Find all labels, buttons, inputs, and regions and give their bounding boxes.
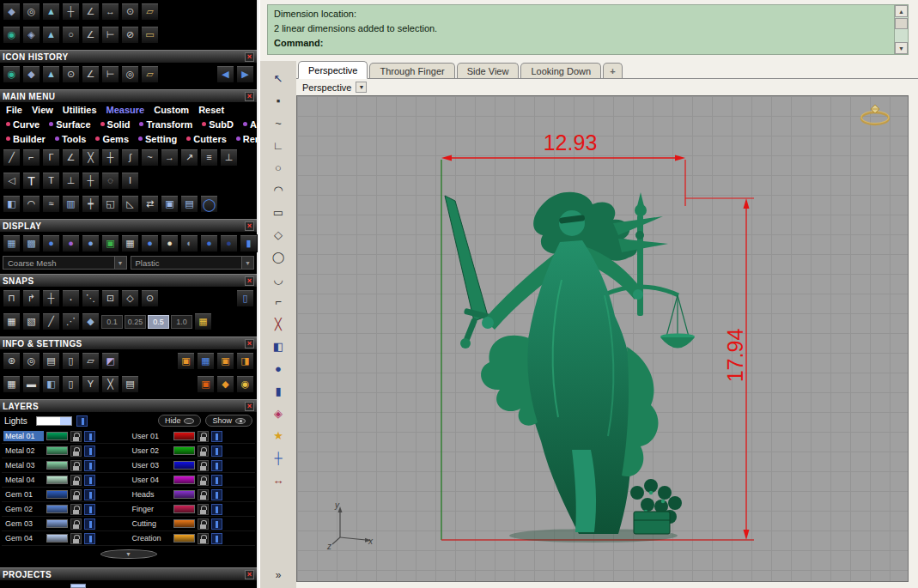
mat-pearl-icon[interactable]: ●	[161, 234, 179, 252]
layer-color-swatch[interactable]	[173, 476, 195, 484]
ghosted-mode-icon[interactable]: ●	[82, 234, 100, 252]
dotted-circle-icon[interactable]: ◌	[101, 172, 119, 190]
snap-value-0.5[interactable]: 0.5	[148, 315, 169, 329]
layer-color-swatch[interactable]	[46, 476, 68, 484]
arc-surface-icon[interactable]: ◠	[22, 195, 40, 213]
perp-snap-icon[interactable]: ⊡	[101, 289, 119, 307]
polyline-draw-icon[interactable]: ∟	[270, 136, 288, 155]
sphere-solid-icon[interactable]: ●	[270, 360, 288, 378]
layer-visibility-bar[interactable]	[211, 431, 222, 442]
window-orange2-icon[interactable]: ▣	[216, 352, 234, 370]
layer-visibility-bar[interactable]	[84, 518, 95, 530]
grid-panel-icon[interactable]: ▦	[3, 375, 21, 393]
layer-name[interactable]: Heads	[131, 489, 171, 500]
arrow-icon[interactable]: →	[161, 149, 179, 167]
layer-visibility-bar[interactable]	[84, 533, 95, 544]
viewport-tab-perspective[interactable]: Perspective	[298, 61, 368, 79]
curve-icon[interactable]: ∫	[121, 149, 139, 167]
history-forward-icon[interactable]: ▶	[236, 65, 254, 83]
history-gem2-icon[interactable]: ▲	[42, 65, 60, 83]
divider-bar-icon[interactable]: ▮	[240, 234, 258, 252]
grid-settings-icon[interactable]: ▦	[194, 312, 212, 330]
tri-icon[interactable]: ◺	[121, 195, 139, 213]
corner-box-icon[interactable]: ◱	[101, 195, 119, 213]
layer-lock-icon[interactable]	[198, 489, 209, 500]
layer-name[interactable]: Metal 04	[3, 475, 44, 485]
layer-visibility-bar[interactable]	[84, 431, 95, 442]
pin-icon[interactable]: ◉	[236, 375, 254, 393]
layer-row[interactable]: Metal 03	[2, 458, 129, 473]
layer-row[interactable]: Gem 04	[2, 531, 129, 546]
layer-lock-icon[interactable]	[198, 533, 209, 544]
snap-value-1.0[interactable]: 1.0	[171, 315, 192, 329]
layer-name[interactable]: Cutting	[131, 518, 171, 529]
menu-item-reset[interactable]: Reset	[198, 105, 224, 115]
layer-color-swatch[interactable]	[173, 534, 195, 543]
layer-name[interactable]: User 03	[131, 460, 171, 470]
align-icon[interactable]: ⊥	[62, 172, 80, 190]
history-folder-icon[interactable]: ▱	[141, 65, 159, 83]
cross-icon[interactable]: ┼	[101, 149, 119, 167]
history-angle-icon[interactable]: ∠	[82, 65, 100, 83]
ortho-icon[interactable]: ▧	[22, 312, 40, 330]
scrollbar-thumb[interactable]	[895, 18, 908, 29]
menu-item-setting[interactable]: Setting	[138, 134, 177, 144]
menu-item-transform[interactable]: Transform	[139, 119, 192, 130]
gem-orange-icon[interactable]: ◆	[216, 375, 234, 393]
offset-icon[interactable]: ◡	[270, 270, 288, 288]
dim-cross-icon[interactable]: ┼	[62, 3, 80, 21]
layer-color-swatch[interactable]	[46, 432, 68, 440]
layer-color-swatch[interactable]	[173, 490, 195, 499]
layer-lock-icon[interactable]	[70, 489, 82, 500]
layer-color-swatch[interactable]	[173, 446, 195, 455]
menu-item-curve[interactable]: Curve	[6, 119, 40, 130]
arrow-diagonal-icon[interactable]: ↗	[180, 149, 198, 167]
diameter-icon[interactable]: ⊘	[121, 26, 139, 44]
surface-icon[interactable]: ◧	[3, 195, 21, 213]
layer-row[interactable]: Gem 02	[2, 502, 129, 517]
pointer-icon[interactable]: ↖	[270, 70, 288, 88]
layer-row[interactable]: Finger	[129, 502, 256, 517]
line-icon[interactable]: ╱	[3, 149, 21, 167]
polyline-icon[interactable]: ⌐	[22, 149, 40, 167]
window-blue-icon[interactable]: ▦	[197, 352, 215, 370]
node-icon[interactable]: ┼	[82, 172, 100, 190]
grid-cross-icon[interactable]: ┿	[82, 195, 100, 213]
palette-icon[interactable]: ◩	[101, 352, 119, 370]
dim-radius-icon[interactable]: ⊙	[121, 3, 139, 21]
menu-item-subd[interactable]: SubD	[202, 119, 234, 130]
chevron-down-icon[interactable]: ▼	[114, 257, 126, 269]
menu-item-gems[interactable]: Gems	[95, 134, 129, 144]
lights-color-bar[interactable]	[36, 416, 72, 426]
gem-triangle-icon[interactable]: ▲	[42, 26, 60, 44]
folder-icon[interactable]: ▱	[141, 3, 159, 21]
perpendicular-icon[interactable]: ⊥	[220, 149, 238, 167]
layer-lock-icon[interactable]	[198, 504, 209, 515]
lady-justice-model[interactable]	[435, 191, 702, 547]
ellipse-draw-icon[interactable]: ◯	[270, 248, 288, 266]
layer-color-swatch[interactable]	[173, 461, 195, 470]
layer-lock-icon[interactable]	[70, 518, 82, 530]
hatch-icon[interactable]: ▥	[62, 195, 80, 213]
layer-color-swatch[interactable]	[173, 505, 195, 513]
close-icon[interactable]: ×	[245, 52, 254, 62]
chevron-down-icon[interactable]: ▼	[241, 257, 253, 269]
menu-item-file[interactable]: File	[6, 105, 22, 115]
layer-lock-icon[interactable]	[198, 475, 209, 486]
layer-lock-icon[interactable]	[70, 533, 82, 544]
point-icon[interactable]: ▪	[270, 92, 288, 110]
menu-item-view[interactable]: View	[32, 105, 53, 115]
mat-navy-icon[interactable]: ●	[220, 234, 238, 252]
viewport-tab-looking-down[interactable]: Looking Down	[520, 63, 601, 78]
rendered-mode-icon[interactable]: ●	[62, 234, 80, 252]
command-history-panel[interactable]: Dimension location: 2 linear dimensions …	[267, 4, 909, 55]
quad-snap-icon[interactable]: ⊙	[141, 289, 159, 307]
layer-visibility-bar[interactable]	[211, 446, 222, 457]
layer-row[interactable]: User 02	[129, 444, 256, 458]
flip-icon[interactable]: ◁	[3, 172, 21, 190]
point-snap-icon[interactable]: ┼	[42, 289, 60, 307]
mesh-fine-icon[interactable]: ▩	[22, 234, 40, 252]
hide-toggle[interactable]: Hide	[158, 415, 202, 427]
intersect-icon[interactable]: ╳	[82, 149, 100, 167]
layer-lock-icon[interactable]	[198, 431, 209, 442]
